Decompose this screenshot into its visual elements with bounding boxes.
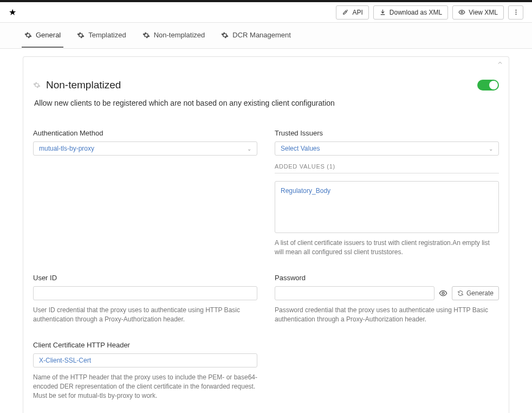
gear-icon [221,31,229,39]
tab-bar: General Templatized Non-templatized DCR … [0,23,532,49]
enable-toggle[interactable] [477,80,499,91]
more-menu-button[interactable] [508,5,523,20]
refresh-icon [457,290,464,296]
client-cert-input[interactable] [33,353,257,367]
svg-point-0 [461,11,463,13]
trusted-issuers-help: A list of client certificate issuers to … [275,238,499,257]
chevron-up-icon [497,60,503,66]
download-xml-button[interactable]: Download as XML [373,5,448,20]
gear-icon [77,31,85,39]
trusted-issuers-select[interactable]: Select Values ⌄ [275,141,499,156]
non-templatized-panel: Non-templatized Allow new clients to be … [23,68,509,413]
client-cert-help: Name of the HTTP header that the proxy u… [33,373,257,401]
collapse-bar[interactable] [23,56,509,68]
eye-icon [458,9,465,16]
user-id-field: User ID User ID credential that the prox… [33,274,257,325]
eye-icon[interactable] [439,289,447,298]
auth-method-label: Authentication Method [33,129,257,137]
trusted-issuers-label: Trusted Issuers [275,129,499,137]
panel-title: Non-templatized [46,79,121,91]
panel-description: Allow new clients to be registered which… [34,99,499,107]
trusted-issuers-placeholder: Select Values [281,145,320,152]
tab-non-templatized[interactable]: Non-templatized [140,23,208,48]
auth-method-select[interactable]: mutual-tls-by-proxy ⌄ [33,141,257,156]
user-id-help: User ID credential that the proxy uses t… [33,306,257,325]
svg-point-1 [515,10,516,11]
auth-method-field: Authentication Method mutual-tls-by-prox… [33,129,257,257]
gear-icon [24,31,32,39]
gear-icon [33,81,41,89]
added-values-box[interactable]: Regulatory_Body [275,181,499,233]
tab-dcr-management[interactable]: DCR Management [218,23,294,48]
api-button[interactable]: API [336,5,368,20]
password-field: Password Generate Password credential th… [275,274,499,325]
password-input[interactable] [275,286,434,300]
added-value-item: Regulatory_Body [281,187,330,195]
view-xml-label: View XML [469,9,498,16]
user-id-label: User ID [33,274,257,282]
tab-general[interactable]: General [22,23,63,48]
svg-point-3 [515,14,516,15]
password-help: Password credential that the proxy uses … [275,306,499,325]
download-xml-label: Download as XML [390,9,442,16]
svg-point-2 [515,12,516,13]
svg-point-4 [442,292,444,294]
tab-non-templatized-label: Non-templatized [154,31,205,39]
user-id-input[interactable] [33,286,257,300]
api-button-label: API [352,9,362,16]
download-icon [379,9,386,16]
tab-dcr-label: DCR Management [232,31,291,39]
trusted-issuers-field: Trusted Issuers Select Values ⌄ ADDED VA… [275,129,499,257]
star-icon[interactable]: ★ [9,7,16,17]
generate-label: Generate [466,289,494,297]
client-cert-field: Client Certificate HTTP Header Name of t… [33,341,257,401]
chevron-down-icon: ⌄ [489,146,493,152]
generate-button[interactable]: Generate [452,286,499,300]
tab-templatized[interactable]: Templatized [74,23,128,48]
gear-icon [142,31,150,39]
view-xml-button[interactable]: View XML [452,5,504,20]
tools-icon [342,9,349,16]
tab-templatized-label: Templatized [88,31,126,39]
tab-general-label: General [36,31,61,39]
password-label: Password [275,274,499,282]
added-values-header: ADDED VALUES (1) [275,163,499,173]
auth-method-value: mutual-tls-by-proxy [39,145,94,152]
more-vertical-icon [512,9,520,16]
header-actions: API Download as XML View XML [336,5,523,20]
chevron-down-icon: ⌄ [247,146,251,152]
page-header: ★ API Download as XML View XML [0,2,532,23]
client-cert-label: Client Certificate HTTP Header [33,341,257,349]
